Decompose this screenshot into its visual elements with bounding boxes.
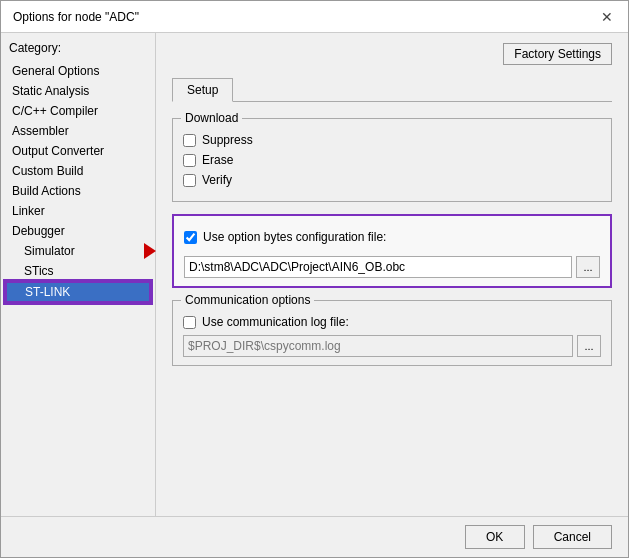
erase-label: Erase	[202, 153, 233, 167]
sidebar-list: General Options Static Analysis C/C++ Co…	[5, 61, 151, 508]
verify-checkbox[interactable]	[183, 174, 196, 187]
comm-log-browse-button[interactable]: ...	[577, 335, 601, 357]
sidebar-item-assembler[interactable]: Assembler	[5, 121, 151, 141]
sidebar-item-stics[interactable]: STics	[5, 261, 151, 281]
comm-section: Communication options Use communication …	[172, 300, 612, 366]
option-bytes-checkbox[interactable]	[184, 231, 197, 244]
suppress-checkbox[interactable]	[183, 134, 196, 147]
suppress-row: Suppress	[183, 133, 601, 147]
sidebar-item-build-actions[interactable]: Build Actions	[5, 181, 151, 201]
erase-row: Erase	[183, 153, 601, 167]
sidebar-item-st-link[interactable]: ST-LINK	[5, 281, 151, 303]
cancel-button[interactable]: Cancel	[533, 525, 612, 549]
sidebar-item-debugger[interactable]: Debugger	[5, 221, 151, 241]
option-bytes-wrapper: Use option bytes configuration file: ...	[172, 214, 612, 288]
main-dialog: Options for node "ADC" ✕ Category: Gener…	[0, 0, 629, 558]
comm-section-title: Communication options	[181, 293, 314, 307]
erase-checkbox[interactable]	[183, 154, 196, 167]
sidebar-item-custom-build[interactable]: Custom Build	[5, 161, 151, 181]
sidebar-item-output-converter[interactable]: Output Converter	[5, 141, 151, 161]
download-section-title: Download	[181, 111, 242, 125]
sidebar-item-static-analysis[interactable]: Static Analysis	[5, 81, 151, 101]
factory-settings-button[interactable]: Factory Settings	[503, 43, 612, 65]
option-bytes-label: Use option bytes configuration file:	[203, 230, 386, 244]
main-content: Factory Settings Setup Download Suppress	[156, 33, 628, 516]
tab-bar: Setup	[172, 77, 612, 102]
option-bytes-input-row: ...	[184, 256, 600, 278]
sidebar-item-cpp-compiler[interactable]: C/C++ Compiler	[5, 101, 151, 121]
option-bytes-browse-button[interactable]: ...	[576, 256, 600, 278]
dialog-title: Options for node "ADC"	[13, 10, 139, 24]
close-button[interactable]: ✕	[598, 8, 616, 26]
sidebar-item-linker[interactable]: Linker	[5, 201, 151, 221]
sidebar-item-general-options[interactable]: General Options	[5, 61, 151, 81]
top-bar: Factory Settings	[172, 43, 612, 65]
verify-label: Verify	[202, 173, 232, 187]
category-label: Category:	[5, 41, 151, 55]
comm-log-checkbox[interactable]	[183, 316, 196, 329]
dialog-footer: OK Cancel	[1, 516, 628, 557]
dialog-body: Category: General Options Static Analysi…	[1, 33, 628, 516]
option-bytes-path-input[interactable]	[184, 256, 572, 278]
comm-log-path-input[interactable]	[183, 335, 573, 357]
comm-log-label: Use communication log file:	[202, 315, 349, 329]
option-bytes-section: Use option bytes configuration file: ...	[172, 214, 612, 288]
verify-row: Verify	[183, 173, 601, 187]
sidebar: Category: General Options Static Analysi…	[1, 33, 156, 516]
arrow-indicator	[144, 243, 156, 259]
content-area: Download Suppress Erase Verify	[172, 118, 612, 506]
tab-setup[interactable]: Setup	[172, 78, 233, 102]
title-bar: Options for node "ADC" ✕	[1, 1, 628, 33]
download-section: Download Suppress Erase Verify	[172, 118, 612, 202]
comm-log-input-row: ...	[183, 335, 601, 357]
ok-button[interactable]: OK	[465, 525, 525, 549]
comm-log-row: Use communication log file:	[183, 315, 601, 329]
option-bytes-row: Use option bytes configuration file:	[184, 230, 600, 244]
suppress-label: Suppress	[202, 133, 253, 147]
sidebar-item-simulator[interactable]: Simulator	[5, 241, 151, 261]
